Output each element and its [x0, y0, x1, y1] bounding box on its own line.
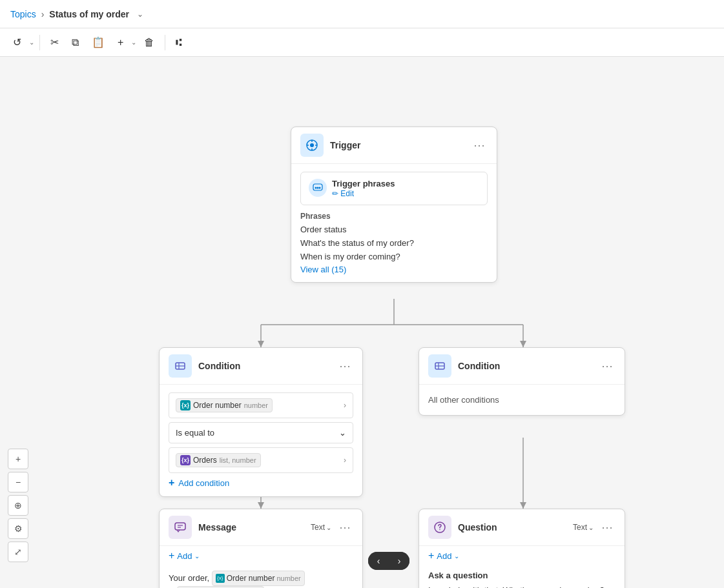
svg-point-18 [319, 187, 321, 189]
condition-row-2[interactable]: {x} Orders list, number › [169, 447, 353, 473]
nav-left-button[interactable]: ‹ [368, 552, 389, 570]
message-add-button[interactable]: + Add ⌄ [160, 546, 362, 565]
question-text-badge[interactable]: Text ⌄ [573, 523, 594, 532]
message-menu-icon[interactable]: ⋯ [336, 520, 353, 534]
condition-row-2-chevron-icon: › [344, 456, 346, 465]
var-icon-1: {x} [180, 400, 191, 411]
trigger-phrases-edit[interactable]: ✏ Edit [332, 189, 354, 198]
cut-button[interactable]: ✂ [45, 32, 64, 52]
phrases-section: Phrases Order status What's the status o… [300, 212, 488, 274]
trigger-phrases-content: Trigger phrases ✏ Edit [332, 179, 479, 198]
condition-left-icon [174, 360, 187, 372]
condition-left-body: {x} Order number number › Is equal to ⌄ … [160, 385, 362, 496]
trigger-phrases-card[interactable]: Trigger phrases ✏ Edit [300, 172, 488, 205]
add-condition-button[interactable]: + Add condition [169, 477, 353, 489]
delete-button[interactable]: 🗑 [139, 33, 160, 52]
nav-right-button[interactable]: › [389, 552, 409, 570]
message-var-1: {x} Order number number [212, 571, 305, 586]
all-other-conditions: All other conditions [419, 385, 625, 415]
zoom-expand-button[interactable]: ⤢ [8, 542, 28, 562]
trigger-icon [305, 139, 318, 152]
phrase-2: What's the status of my order? [300, 237, 488, 250]
condition-right-menu-icon[interactable]: ⋯ [599, 359, 615, 373]
operator-text: Is equal to [176, 428, 214, 438]
canvas: Trigger ⋯ Trigger phrases ✏ Edit [0, 57, 724, 588]
ask-question-text: I can help with that. What's your order … [428, 584, 615, 588]
trigger-node: Trigger ⋯ Trigger phrases ✏ Edit [291, 127, 497, 283]
question-icon [433, 521, 446, 534]
track-button[interactable]: ⑆ [171, 33, 187, 52]
message-header-actions: Text ⌄ ⋯ [311, 520, 353, 534]
message-node: Message Text ⌄ ⋯ + Add ⌄ Your order, {x}… [159, 509, 363, 588]
condition-right-icon [433, 360, 446, 372]
var-type-1: number [244, 401, 268, 409]
var-badge-1: {x} Order number number [176, 398, 273, 412]
phrase-3: When is my order coming? [300, 250, 488, 264]
question-text-chevron-icon: ⌄ [588, 524, 594, 531]
var-icon-2: {x} [180, 455, 191, 465]
trigger-title: Trigger [330, 140, 464, 150]
breadcrumb-chevron-icon[interactable]: ⌄ [137, 10, 143, 19]
question-text-label: Text [573, 523, 587, 532]
svg-point-16 [315, 187, 317, 189]
paste-button[interactable]: 📋 [87, 32, 110, 52]
question-node-header: Question Text ⌄ ⋯ [419, 509, 625, 546]
breadcrumb-topics[interactable]: Topics [10, 9, 36, 19]
message-var-1-icon: {x} [216, 574, 225, 583]
message-var-1-type: number [276, 573, 300, 585]
question-menu-icon[interactable]: ⋯ [599, 520, 615, 534]
message-content: Your order, {x} Order number number is {… [160, 565, 362, 588]
message-text-badge[interactable]: Text ⌄ [311, 523, 331, 532]
zoom-reset-button[interactable]: ⊕ [8, 495, 28, 516]
condition-left-header: Condition ⋯ [160, 348, 362, 385]
zoom-in-button[interactable]: + [8, 449, 28, 469]
add-toolbar-button[interactable]: + [112, 33, 129, 52]
condition-row-1[interactable]: {x} Order number number › [169, 392, 353, 418]
ask-question-label: Ask a question [428, 571, 615, 580]
svg-marker-9 [520, 502, 526, 509]
toolbar-divider-2 [165, 35, 165, 50]
add-condition-label: Add condition [178, 478, 229, 488]
copy-button[interactable]: ⧉ [67, 33, 84, 52]
ask-question-section: Ask a question I can help with that. Wha… [419, 565, 625, 588]
svg-marker-5 [520, 341, 526, 347]
var-name-2: Orders [193, 456, 217, 465]
zoom-out-button[interactable]: − [8, 472, 28, 492]
zoom-settings-button[interactable]: ⚙ [8, 518, 28, 539]
message-title: Message [198, 522, 304, 532]
add-chevron-icon[interactable]: ⌄ [131, 39, 136, 46]
undo-chevron-icon[interactable]: ⌄ [29, 39, 34, 46]
question-add-chevron-icon: ⌄ [454, 553, 459, 560]
undo-button[interactable]: ↺ [8, 32, 26, 52]
edit-icon: ✏ [332, 189, 340, 198]
message-var-1-name: Order number [227, 572, 275, 585]
condition-right-node: Condition ⋯ All other conditions [419, 347, 625, 416]
message-prefix: Your order, [169, 573, 209, 583]
var-type-2: list, number [220, 456, 256, 464]
message-icon-wrap [169, 516, 192, 539]
breadcrumb-title: Status of my order [49, 9, 129, 19]
message-add-label: Add [177, 551, 192, 561]
question-add-plus-icon: + [428, 550, 434, 562]
message-text-label: Text [311, 523, 325, 532]
svg-marker-7 [258, 502, 264, 509]
trigger-phrases-title: Trigger phrases [332, 179, 479, 188]
condition-right-header: Condition ⋯ [419, 348, 625, 385]
phrase-1: Order status [300, 223, 488, 237]
question-add-button[interactable]: + Add ⌄ [419, 546, 625, 565]
condition-right-icon-wrap [428, 354, 451, 378]
phrases-list: Order status What's the status of my ord… [300, 223, 488, 263]
condition-left-icon-wrap [169, 354, 192, 378]
message-add-chevron-icon: ⌄ [194, 553, 200, 560]
condition-left-menu-icon[interactable]: ⋯ [336, 359, 353, 373]
nav-arrows: ‹ › [368, 552, 409, 570]
operator-row[interactable]: Is equal to ⌄ [169, 422, 353, 443]
question-icon-wrap [428, 516, 451, 539]
condition-left-node: Condition ⋯ {x} Order number number › Is… [159, 347, 363, 497]
view-all-link[interactable]: View all (15) [300, 265, 346, 274]
message-node-header: Message Text ⌄ ⋯ [160, 509, 362, 546]
svg-marker-3 [258, 341, 264, 347]
trigger-phrases-icon [309, 179, 327, 197]
trigger-menu-icon[interactable]: ⋯ [471, 138, 488, 152]
svg-point-30 [439, 529, 440, 531]
